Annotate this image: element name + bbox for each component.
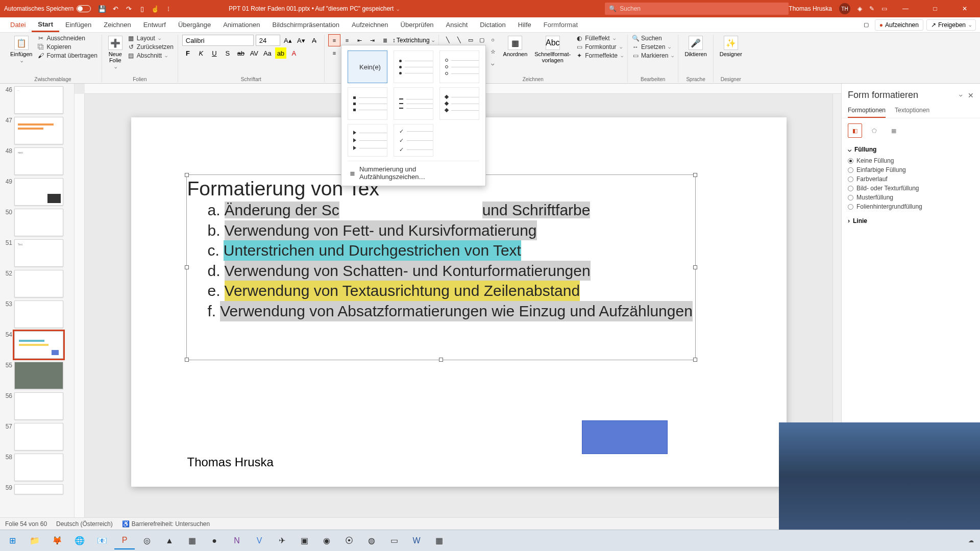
tab-ueberpruefen[interactable]: Überprüfen (395, 17, 440, 32)
thumb-row[interactable]: 46··· (0, 85, 74, 115)
explorer-icon[interactable]: 📁 (24, 532, 45, 549)
fill-section-header[interactable]: ⌵Füllung (848, 146, 974, 153)
shape-effects-button[interactable]: ✦Formeffekte⌵ (576, 52, 623, 59)
ribbon-options-icon[interactable]: ▭ (881, 5, 887, 12)
tab-uebergaenge[interactable]: Übergänge (172, 17, 217, 32)
thumb-row[interactable]: 57 (0, 421, 74, 452)
thumb-row[interactable]: 50 (0, 207, 74, 238)
find-button[interactable]: 🔍Suchen (632, 35, 674, 42)
chevron-down-icon[interactable]: ⌵ (397, 7, 399, 12)
pane-options-icon[interactable]: ⌵ (959, 91, 963, 99)
highlight-button[interactable]: ab (275, 47, 286, 59)
tab-animationen[interactable]: Animationen (217, 17, 266, 32)
fill-line-icon[interactable]: ◧ (848, 123, 862, 138)
resize-handle[interactable] (693, 265, 697, 269)
new-slide-button[interactable]: ➕ Neue Folie ⌵ (106, 35, 125, 70)
fill-none-radio[interactable]: Keine Füllung (848, 156, 974, 165)
shape-star[interactable]: ☆ (488, 46, 498, 57)
autosave-toggle[interactable]: Automatisches Speichern (4, 5, 91, 12)
qat-more-icon[interactable]: ⁝ (164, 5, 173, 13)
thumb-52[interactable] (14, 270, 63, 297)
shape-line[interactable]: ╲ (443, 35, 453, 45)
weather-icon[interactable]: ☁ (968, 537, 974, 544)
bold-button[interactable]: F (182, 47, 193, 59)
app-icon[interactable]: ◎ (137, 532, 157, 549)
resize-handle[interactable] (185, 358, 189, 362)
replace-button[interactable]: ↔Ersetzen⌵ (632, 43, 674, 51)
fill-pattern-radio[interactable]: Musterfüllung (848, 193, 974, 202)
char-spacing-button[interactable]: AV (249, 47, 260, 59)
app-icon[interactable]: ◉ (316, 532, 337, 549)
tab-formformat[interactable]: Formformat (537, 17, 584, 32)
telegram-icon[interactable]: ✈ (272, 532, 292, 549)
thumb-51[interactable]: Text (14, 239, 63, 267)
paste-button[interactable]: 📋 Einfügen ⌵ (8, 35, 34, 64)
thumb-55[interactable] (14, 362, 63, 389)
user-avatar[interactable]: TH (839, 3, 850, 14)
powerpoint-icon[interactable]: P (114, 532, 135, 549)
record-button[interactable]: ● Aufzeichnen (875, 19, 923, 31)
thumb-53[interactable] (14, 300, 63, 328)
accessibility-status[interactable]: ♿Barrierefreiheit: Untersuchen (122, 520, 210, 528)
language-status[interactable]: Deutsch (Österreich) (56, 520, 113, 528)
shape-rect[interactable]: ▭ (465, 35, 476, 45)
italic-button[interactable]: K (195, 47, 207, 59)
tab-ansicht[interactable]: Ansicht (440, 17, 474, 32)
bullet-option-check[interactable]: ✓ ✓ ✓ (394, 124, 433, 157)
start-button[interactable]: ⊞ (2, 532, 22, 549)
change-case-button[interactable]: Aa (262, 47, 273, 59)
chrome-icon[interactable]: 🌐 (69, 532, 90, 549)
bullet-more-options[interactable]: ≣ Nummerierung und Aufzählungszeichen… (348, 161, 479, 183)
format-painter-button[interactable]: 🖌Format übertragen (37, 52, 97, 59)
strike-button[interactable]: ab (235, 47, 247, 59)
layout-button[interactable]: ▦Layout⌵ (128, 35, 174, 42)
thumb-row[interactable]: 55 (0, 360, 74, 391)
designer-button[interactable]: ✨ Designer (718, 35, 744, 58)
select-button[interactable]: ▭Markieren⌵ (632, 52, 674, 59)
underline-button[interactable]: U (209, 47, 220, 59)
tab-dictation[interactable]: Dictation (474, 17, 512, 32)
thumb-row[interactable]: 53 (0, 299, 74, 330)
pane-close-icon[interactable]: ✕ (968, 91, 974, 99)
tab-zeichnen[interactable]: Zeichnen (97, 17, 137, 32)
thumb-57[interactable] (14, 423, 63, 450)
bullet-option-arrow[interactable] (348, 124, 387, 157)
visio-icon[interactable]: V (249, 532, 270, 549)
search-input[interactable] (620, 5, 785, 12)
thumb-row[interactable]: 47 (0, 115, 74, 146)
bullet-option-hollow-round[interactable] (439, 51, 479, 83)
app-icon[interactable]: ● (204, 532, 225, 549)
thumb-50[interactable] (14, 209, 63, 236)
tab-datei[interactable]: Datei (4, 17, 32, 32)
line-section-header[interactable]: ›Linie (848, 217, 974, 224)
thumb-row[interactable]: 49 (0, 177, 74, 207)
thumb-47[interactable] (14, 117, 63, 144)
bullet-option-square[interactable] (348, 87, 387, 120)
from-start-icon[interactable]: ▯ (138, 5, 146, 13)
effects-icon[interactable]: ⬠ (867, 123, 881, 138)
thumb-row[interactable]: 48•text (0, 146, 74, 177)
bullet-option-dash[interactable] (394, 87, 433, 120)
line-spacing-button[interactable]: ≣ (380, 35, 391, 46)
save-icon[interactable]: 💾 (98, 5, 106, 13)
quick-styles-button[interactable]: Abc Schnellformat- vorlagen (532, 35, 573, 64)
obs-icon[interactable]: ⦿ (339, 532, 359, 549)
firefox-icon[interactable]: 🦊 (47, 532, 67, 549)
resize-handle[interactable] (439, 358, 443, 362)
app-icon[interactable]: ▦ (182, 532, 202, 549)
clear-format-icon[interactable]: A̶ (309, 35, 320, 46)
fill-picture-radio[interactable]: Bild- oder Texturfüllung (848, 184, 974, 193)
share-button[interactable]: ↗ Freigeben ⌵ (926, 19, 976, 31)
word-icon[interactable]: W (406, 532, 427, 549)
fill-gradient-radio[interactable]: Farbverlauf (848, 174, 974, 184)
fill-solid-radio[interactable]: Einfarbige Füllung (848, 165, 974, 174)
diamond-icon[interactable]: ◈ (857, 5, 862, 12)
draw-tools-icon[interactable]: ✎ (869, 5, 874, 12)
pane-tab-form[interactable]: Formoptionen (848, 105, 886, 118)
thumb-56[interactable] (14, 392, 63, 420)
minimize-icon[interactable]: — (894, 0, 917, 17)
undo-icon[interactable]: ↶ (111, 5, 119, 13)
tab-entwurf[interactable]: Entwurf (137, 17, 172, 32)
thumb-row[interactable]: 59 (0, 483, 74, 496)
resize-handle[interactable] (693, 173, 697, 177)
